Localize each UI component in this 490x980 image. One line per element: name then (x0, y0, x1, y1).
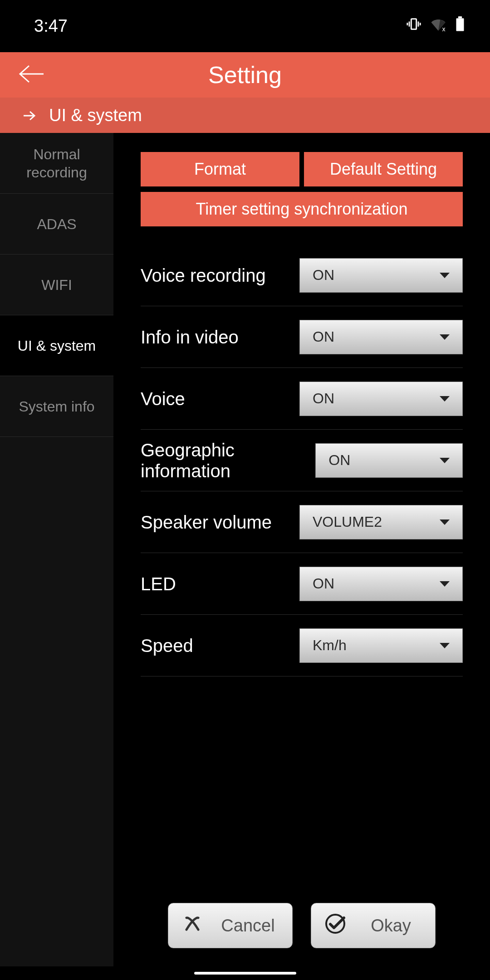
subheader: UI & system (0, 98, 490, 133)
voice-dropdown[interactable]: ON (299, 382, 463, 416)
okay-button[interactable]: Okay (311, 903, 436, 948)
setting-geographic-information: Geographic information ON (141, 430, 463, 491)
dropdown-value: ON (313, 575, 334, 592)
setting-speed: Speed Km/h (141, 615, 463, 676)
setting-label: Voice recording (141, 265, 266, 286)
sidebar-item-ui-system[interactable]: UI & system (0, 315, 113, 376)
status-bar: 3:47 x (0, 0, 490, 52)
setting-label: LED (141, 573, 176, 594)
button-label: Cancel (216, 916, 279, 936)
svg-rect-0 (411, 19, 416, 29)
content: Format Default Setting Timer setting syn… (113, 133, 490, 966)
action-button-row: Timer setting synchronization (141, 192, 463, 226)
speed-dropdown[interactable]: Km/h (299, 628, 463, 663)
dropdown-value: ON (313, 390, 334, 407)
battery-icon (455, 16, 465, 36)
svg-text:x: x (442, 25, 446, 32)
svg-point-10 (326, 915, 344, 933)
sidebar-item-label: System info (19, 397, 94, 416)
home-indicator[interactable] (0, 966, 490, 980)
setting-label: Geographic information (141, 440, 307, 481)
vibrate-icon (406, 16, 421, 36)
chevron-down-icon (440, 334, 450, 340)
setting-info-in-video: Info in video ON (141, 306, 463, 368)
wifi-off-icon: x (431, 16, 446, 36)
setting-label: Voice (141, 388, 185, 409)
settings-list: Voice recording ON Info in video ON Voic… (141, 245, 463, 676)
back-icon[interactable] (18, 63, 44, 87)
sidebar-item-label: WIFI (41, 276, 72, 294)
setting-label: Speaker volume (141, 512, 272, 533)
dropdown-value: Km/h (313, 637, 347, 654)
main-area: Normal recording ADAS WIFI UI & system S… (0, 133, 490, 966)
action-button-row: Format Default Setting (141, 152, 463, 186)
status-time: 3:47 (34, 16, 68, 36)
sidebar-item-label: ADAS (37, 215, 76, 233)
setting-voice-recording: Voice recording ON (141, 245, 463, 306)
header: Setting (0, 52, 490, 98)
chevron-down-icon (440, 458, 450, 463)
speaker-volume-dropdown[interactable]: VOLUME2 (299, 505, 463, 539)
status-icons: x (406, 16, 465, 36)
dropdown-value: ON (313, 328, 334, 345)
chevron-down-icon (440, 273, 450, 278)
sidebar-item-adas[interactable]: ADAS (0, 194, 113, 255)
footer: Cancel Okay (141, 903, 463, 966)
setting-label: Info in video (141, 327, 239, 348)
setting-led: LED ON (141, 553, 463, 615)
info-in-video-dropdown[interactable]: ON (299, 320, 463, 354)
check-circle-icon (324, 912, 347, 939)
sidebar-item-system-info[interactable]: System info (0, 376, 113, 437)
close-icon (181, 912, 204, 939)
button-label: Timer setting synchronization (196, 200, 408, 219)
chevron-down-icon (440, 519, 450, 525)
geographic-info-dropdown[interactable]: ON (315, 443, 463, 478)
chevron-down-icon (440, 643, 450, 648)
arrow-right-icon (23, 106, 36, 125)
cancel-button[interactable]: Cancel (168, 903, 293, 948)
format-button[interactable]: Format (141, 152, 299, 186)
chevron-down-icon (440, 581, 450, 587)
default-setting-button[interactable]: Default Setting (304, 152, 463, 186)
voice-recording-dropdown[interactable]: ON (299, 258, 463, 293)
dropdown-value: VOLUME2 (313, 514, 382, 530)
button-label: Okay (359, 916, 422, 936)
button-label: Default Setting (330, 160, 437, 179)
dropdown-value: ON (313, 267, 334, 284)
timer-sync-button[interactable]: Timer setting synchronization (141, 192, 463, 226)
sidebar-item-label: UI & system (18, 337, 96, 355)
dropdown-value: ON (328, 452, 350, 469)
sidebar: Normal recording ADAS WIFI UI & system S… (0, 133, 113, 966)
button-label: Format (194, 160, 246, 179)
chevron-down-icon (440, 396, 450, 402)
sidebar-item-wifi[interactable]: WIFI (0, 255, 113, 315)
subheader-label: UI & system (49, 106, 142, 125)
sidebar-item-normal-recording[interactable]: Normal recording (0, 133, 113, 194)
led-dropdown[interactable]: ON (299, 567, 463, 601)
page-title: Setting (0, 61, 490, 88)
setting-voice: Voice ON (141, 368, 463, 430)
svg-rect-6 (456, 18, 464, 31)
svg-rect-7 (458, 16, 462, 18)
setting-speaker-volume: Speaker volume VOLUME2 (141, 491, 463, 553)
sidebar-item-label: Normal recording (5, 145, 109, 181)
setting-label: Speed (141, 635, 193, 656)
